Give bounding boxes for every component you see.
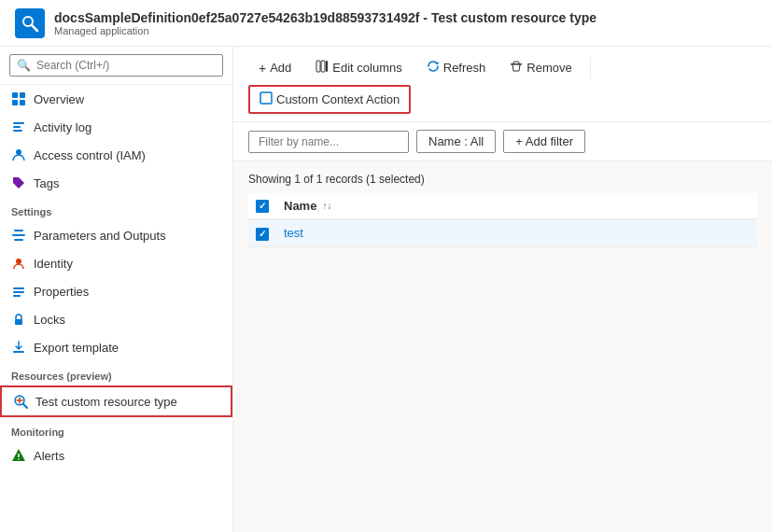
- svg-rect-17: [15, 319, 22, 325]
- alerts-icon: [11, 448, 26, 463]
- sidebar-item-tags[interactable]: Tags: [0, 169, 232, 197]
- tags-icon: [11, 175, 26, 190]
- sidebar-item-identity[interactable]: Identity: [0, 249, 232, 277]
- sidebar-item-label: Identity: [34, 257, 73, 271]
- svg-rect-12: [14, 239, 23, 241]
- app-icon: [15, 8, 45, 38]
- sidebar-item-label: Parameters and Outputs: [34, 229, 166, 243]
- sidebar-item-test-custom-resource[interactable]: Test custom resource type: [0, 385, 232, 417]
- main-content: + Add Edit columns Refresh Remove: [233, 47, 772, 532]
- activity-log-icon: [11, 119, 26, 134]
- remove-button[interactable]: Remove: [499, 54, 582, 81]
- body-container: 🔍 Overview Activity log Access control (…: [0, 47, 772, 532]
- svg-rect-26: [321, 61, 325, 72]
- row-name-link[interactable]: test: [284, 226, 303, 240]
- iam-icon: [11, 147, 26, 162]
- sidebar-item-label: Locks: [34, 313, 65, 327]
- custom-context-action-button[interactable]: Custom Context Action: [248, 85, 411, 114]
- remove-icon: [510, 60, 523, 76]
- resources-section-label: Resources (preview): [0, 361, 232, 385]
- row-checkbox[interactable]: [256, 228, 269, 241]
- remove-label: Remove: [526, 61, 571, 75]
- svg-rect-10: [14, 230, 23, 231]
- svg-point-24: [18, 458, 20, 460]
- sidebar-item-locks[interactable]: Locks: [0, 305, 232, 333]
- sidebar-item-activity-log[interactable]: Activity log: [0, 113, 232, 141]
- page-subtitle: Managed application: [54, 25, 597, 36]
- add-filter-button[interactable]: + Add filter: [503, 130, 585, 153]
- toolbar-separator: [590, 57, 591, 79]
- refresh-label: Refresh: [443, 61, 486, 75]
- svg-rect-3: [20, 92, 25, 98]
- name-filter-label: Name : All: [428, 134, 484, 148]
- overview-icon: [11, 91, 26, 106]
- sidebar-item-access-control[interactable]: Access control (IAM): [0, 141, 232, 169]
- svg-rect-18: [13, 351, 24, 353]
- sidebar-item-label: Tags: [34, 176, 59, 190]
- sidebar-item-params-outputs[interactable]: Parameters and Outputs: [0, 221, 232, 249]
- filter-bar: Name : All + Add filter: [233, 122, 772, 161]
- svg-point-9: [16, 149, 21, 155]
- sidebar-item-alerts[interactable]: Alerts: [0, 441, 232, 469]
- monitoring-section-label: Monitoring: [0, 417, 232, 441]
- svg-rect-11: [12, 234, 25, 236]
- sidebar-item-overview[interactable]: Overview: [0, 85, 232, 113]
- row-checkbox-cell: [248, 219, 276, 246]
- svg-rect-8: [13, 130, 22, 132]
- sidebar-item-label: Overview: [34, 92, 84, 106]
- sort-icon: ↑↓: [322, 201, 331, 211]
- sidebar-item-properties[interactable]: Properties: [0, 277, 232, 305]
- refresh-button[interactable]: Refresh: [416, 54, 497, 81]
- add-label: Add: [270, 61, 291, 75]
- edit-columns-button[interactable]: Edit columns: [305, 54, 412, 81]
- page-title: docsSampleDefinition0ef25a0727e54263b19d…: [54, 10, 597, 25]
- svg-point-13: [16, 259, 21, 264]
- row-name-cell: test: [276, 219, 757, 246]
- svg-rect-29: [260, 92, 272, 104]
- sidebar: 🔍 Overview Activity log Access control (…: [0, 47, 233, 532]
- identity-icon: [11, 256, 26, 271]
- svg-rect-15: [13, 291, 24, 293]
- params-icon: [11, 228, 26, 243]
- search-input[interactable]: [9, 54, 223, 77]
- svg-rect-5: [20, 100, 25, 105]
- export-icon: [11, 340, 26, 355]
- svg-rect-16: [13, 295, 21, 297]
- name-filter-button[interactable]: Name : All: [416, 130, 496, 153]
- name-column-header[interactable]: Name ↑↓: [276, 193, 757, 219]
- data-table: Name ↑↓ test: [248, 193, 757, 247]
- filter-by-name-input[interactable]: [248, 131, 409, 153]
- svg-rect-27: [326, 61, 328, 72]
- custom-resource-icon: [13, 394, 28, 409]
- svg-rect-25: [316, 61, 320, 72]
- select-all-checkbox[interactable]: [256, 200, 269, 213]
- edit-columns-label: Edit columns: [332, 61, 401, 75]
- page-header: docsSampleDefinition0ef25a0727e54263b19d…: [0, 0, 772, 47]
- table-area: Showing 1 of 1 records (1 selected) Name…: [233, 161, 772, 532]
- locks-icon: [11, 312, 26, 327]
- svg-line-1: [32, 25, 37, 31]
- add-button[interactable]: + Add: [248, 55, 302, 81]
- sidebar-item-label: Alerts: [34, 449, 64, 463]
- svg-line-20: [23, 404, 27, 408]
- add-icon: +: [259, 61, 266, 76]
- edit-columns-icon: [316, 60, 329, 76]
- header-text-block: docsSampleDefinition0ef25a0727e54263b19d…: [54, 10, 597, 36]
- add-filter-label: + Add filter: [515, 134, 573, 148]
- settings-section-label: Settings: [0, 197, 232, 221]
- showing-text: Showing 1 of 1 records (1 selected): [248, 173, 757, 186]
- svg-rect-2: [12, 92, 18, 98]
- properties-icon: [11, 284, 26, 299]
- select-all-header: [248, 193, 276, 219]
- custom-context-icon: [260, 91, 273, 107]
- table-row: test: [248, 219, 757, 246]
- svg-rect-14: [13, 287, 24, 289]
- svg-rect-7: [13, 126, 21, 128]
- sidebar-item-label: Test custom resource type: [35, 395, 177, 409]
- sidebar-item-export-template[interactable]: Export template: [0, 333, 232, 361]
- sidebar-item-label: Access control (IAM): [34, 148, 146, 162]
- custom-context-label: Custom Context Action: [276, 92, 400, 106]
- refresh-icon: [427, 60, 440, 76]
- sidebar-item-label: Properties: [34, 285, 89, 299]
- sidebar-item-label: Export template: [34, 341, 119, 355]
